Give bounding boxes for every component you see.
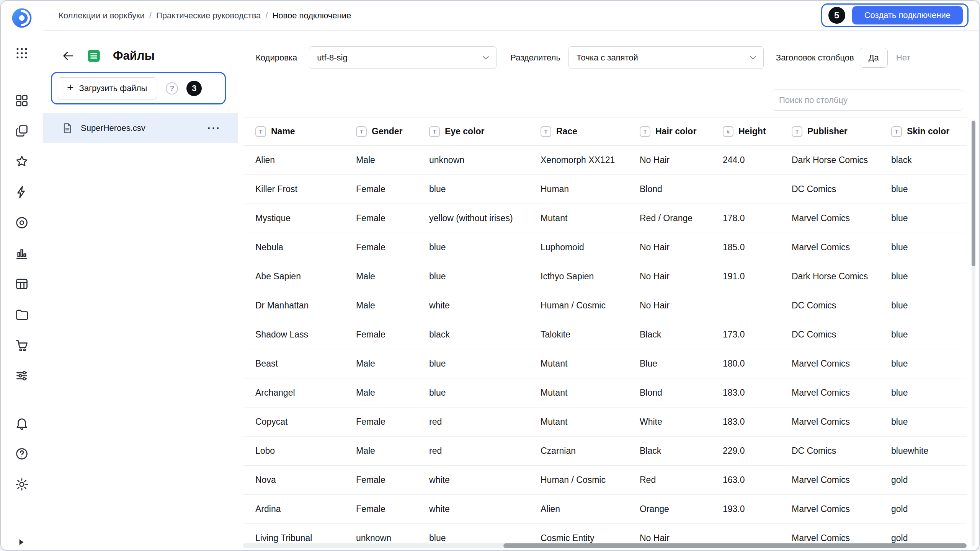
table-cell: Blond — [627, 175, 710, 204]
table-cell: blue — [879, 233, 967, 262]
table-cell: No Hair — [627, 233, 710, 262]
breadcrumb-item-collections[interactable]: Коллекции и воркбуки — [59, 11, 145, 21]
rail-item-charts[interactable] — [15, 246, 29, 261]
layers-icon — [15, 124, 29, 138]
datalens-logo-icon — [11, 7, 33, 29]
table-cell: Beast — [243, 349, 344, 378]
breadcrumb-item-guides[interactable]: Практические руководства — [156, 11, 261, 21]
table-cell: Male — [344, 262, 417, 291]
column-header-label: Gender — [372, 126, 403, 137]
vertical-scrollbar — [972, 119, 975, 546]
column-header-race[interactable]: TRace — [528, 117, 627, 145]
table-cell: Male — [344, 378, 417, 407]
table-row: CopycatFemaleredMutantWhite183.0Marvel C… — [243, 408, 967, 437]
annotation-badge-3: 3 — [186, 81, 202, 96]
table-cell: blue — [879, 291, 967, 320]
table-cell: Copycat — [243, 408, 344, 436]
table-cell: black — [879, 146, 967, 174]
upload-files-button[interactable]: + Загрузить файлы — [57, 77, 157, 99]
column-header-height[interactable]: #Height — [710, 117, 779, 145]
table-cell: Female — [344, 408, 417, 436]
table-cell: gold — [879, 466, 967, 494]
table-row: Abe SapienMaleblueIcthyo SapienNo Hair19… — [243, 262, 967, 291]
left-rail — [1, 1, 43, 550]
column-header-eye-color[interactable]: TEye color — [417, 117, 528, 145]
rail-item-settings[interactable] — [15, 477, 29, 492]
help-icon[interactable]: ? — [166, 82, 178, 95]
file-list-item[interactable]: SuperHeroes.csv ··· — [43, 113, 238, 143]
column-header-skin-color[interactable]: TSkin color — [879, 117, 967, 145]
table-cell: gold — [879, 495, 967, 523]
page-title: Файлы — [113, 49, 155, 63]
delimiter-value: Точка с запятой — [577, 53, 638, 63]
encoding-select[interactable]: utf-8-sig — [309, 46, 497, 69]
rail-item-connections[interactable] — [15, 307, 29, 322]
column-header-hair-color[interactable]: THair color — [627, 117, 710, 145]
column-header-gender[interactable]: TGender — [344, 117, 417, 145]
column-search-input[interactable] — [772, 90, 963, 111]
table-cell: 229.0 — [710, 437, 779, 465]
rail-item-notifications[interactable] — [15, 416, 29, 430]
column-header-publisher[interactable]: TPublisher — [779, 117, 879, 145]
toggle-option-yes[interactable]: Да — [860, 48, 888, 68]
gear-icon — [15, 477, 29, 492]
horizontal-scrollbar-thumb[interactable] — [503, 543, 967, 548]
table-cell: blue — [879, 204, 967, 233]
table-cell: Female — [344, 204, 417, 233]
table-grid-icon — [15, 277, 29, 291]
table-cell: 193.0 — [710, 495, 779, 523]
ellipsis-menu-icon[interactable]: ··· — [207, 122, 221, 134]
rail-item-settings-panel[interactable] — [15, 368, 29, 383]
breadcrumb-separator: / — [149, 11, 152, 21]
rail-item-help[interactable] — [15, 447, 29, 461]
header-row-label: Заголовок столбцов — [776, 53, 854, 63]
table-cell: white — [417, 495, 528, 523]
table-cell: Alien — [243, 146, 344, 174]
table-cell: blue — [879, 320, 967, 349]
table-cell: blue — [417, 349, 528, 378]
table-cell: Shadow Lass — [243, 320, 344, 349]
breadcrumb: Коллекции и воркбуки / Практические руко… — [43, 11, 351, 21]
rail-item-navigation[interactable] — [15, 93, 29, 108]
text-type-icon: T — [429, 126, 440, 137]
table-cell: Lobo — [243, 437, 344, 465]
text-type-icon: T — [356, 126, 367, 137]
rail-item-datasets[interactable] — [15, 277, 29, 291]
rail-item-logo[interactable] — [11, 7, 33, 29]
bar-chart-icon — [15, 246, 29, 261]
table-cell: 173.0 — [710, 320, 779, 349]
toggle-option-no[interactable]: Нет — [888, 48, 919, 68]
column-header-label: Name — [271, 126, 295, 137]
table-cell: DC Comics — [779, 320, 879, 349]
rail-item-collections[interactable] — [15, 124, 29, 138]
delimiter-select[interactable]: Точка с запятой — [568, 46, 764, 69]
column-header-name[interactable]: TName — [243, 117, 344, 145]
rail-item-marketplace[interactable] — [15, 338, 29, 352]
rail-item-quick[interactable] — [15, 185, 29, 199]
table-cell: Abe Sapien — [243, 262, 344, 291]
rail-item-expand[interactable] — [16, 537, 26, 547]
rail-item-favorites[interactable] — [15, 154, 29, 169]
create-connection-button[interactable]: Создать подключение — [852, 6, 963, 24]
table-row: Shadow LassFemaleblackTalokiteBlack173.0… — [243, 320, 967, 349]
table-cell: Archangel — [243, 378, 344, 407]
back-arrow-icon[interactable] — [62, 49, 75, 62]
rail-item-apps[interactable] — [15, 46, 29, 60]
upload-files-label: Загрузить файлы — [79, 83, 147, 93]
star-icon — [15, 154, 29, 169]
text-type-icon: T — [891, 126, 902, 137]
header-row-toggle: Да Нет — [860, 48, 919, 68]
controls-row: Кодировка utf-8-sig Разделитель Точка с … — [256, 46, 919, 69]
table-cell: Dark Horse Comics — [779, 146, 879, 174]
annotation-badge-5: 5 — [828, 7, 845, 24]
table-cell: blue — [879, 175, 967, 204]
table-row: MystiqueFemaleyellow (without irises)Mut… — [243, 204, 967, 233]
table-cell: white — [417, 291, 528, 320]
table-row: Dr ManhattanMalewhiteHuman / CosmicNo Ha… — [243, 291, 967, 320]
vertical-scrollbar-thumb[interactable] — [972, 121, 975, 266]
table-cell: 185.0 — [710, 233, 779, 262]
rail-item-services[interactable] — [15, 215, 29, 230]
table-cell: Black — [627, 320, 710, 349]
text-type-icon: T — [541, 126, 551, 137]
preview-table: TNameTGenderTEye colorTRaceTHair color#H… — [243, 117, 967, 550]
